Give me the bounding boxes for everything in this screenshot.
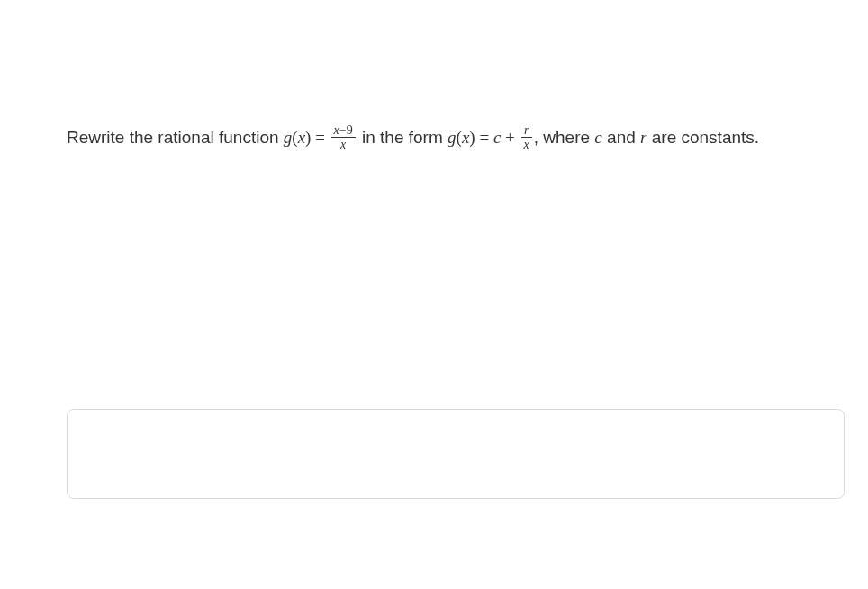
question-prompt: Rewrite the rational function g(x) = x−9… <box>67 124 818 154</box>
prompt-part5: are constants. <box>646 128 759 147</box>
math-expr-right: g(x) = c + rx <box>448 128 534 147</box>
fraction-2: rx <box>521 123 532 152</box>
prompt-part1: Rewrite the rational function <box>67 128 284 147</box>
frac2-numerator: r <box>521 123 532 138</box>
frac1-denominator: x <box>331 138 356 151</box>
fn2-paren-close-eq: ) = <box>469 128 493 147</box>
comma: , <box>534 128 544 147</box>
plus-sign: + <box>501 128 519 147</box>
fn-var: x <box>298 128 305 147</box>
math-expr-left: g(x) = x−9x <box>284 128 357 147</box>
fn2-name: g <box>448 128 457 147</box>
fn-paren-close-eq: ) = <box>305 128 330 147</box>
fraction-1: x−9x <box>331 123 356 152</box>
prompt-part3: where <box>543 128 594 147</box>
answer-input[interactable] <box>67 409 845 499</box>
c-var-2: c <box>594 128 601 147</box>
fn-name: g <box>284 128 293 147</box>
frac1-numerator: x−9 <box>331 123 356 138</box>
prompt-text: Rewrite the rational function g(x) = x−9… <box>67 124 818 154</box>
prompt-part2: in the form <box>357 128 448 147</box>
frac2-denominator: x <box>521 138 532 151</box>
prompt-part4: and <box>602 128 640 147</box>
